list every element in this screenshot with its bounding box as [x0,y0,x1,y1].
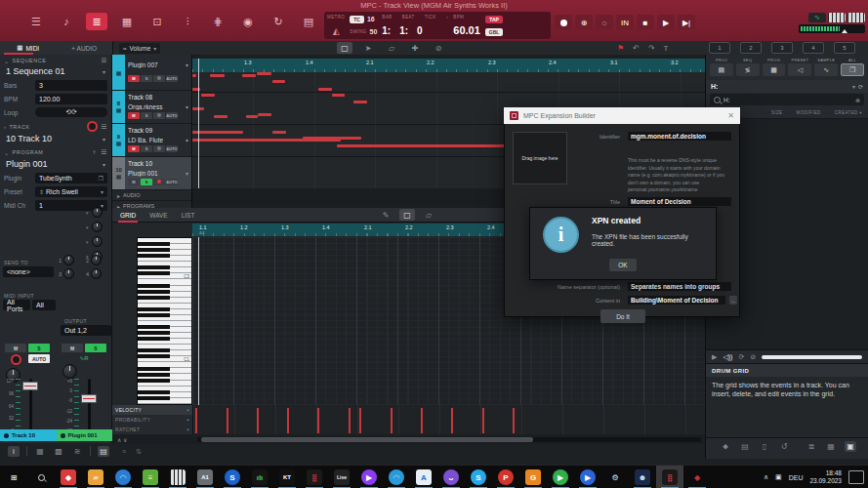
insert-knob[interactable] [92,207,103,218]
marquee-tool[interactable]: ▢ [337,42,352,54]
insert-knob[interactable] [92,222,103,232]
grid-playhead[interactable] [198,237,199,405]
loop-toggle[interactable]: ⟲⟳ [35,107,107,117]
audio-section-row[interactable]: ▸ AUDIO [112,190,191,201]
timeline-ruler[interactable]: 1.31.42.12.22.32.43.13.2 [192,59,705,73]
meter-handle[interactable] [842,29,847,33]
bpm-field[interactable]: 120.00 [35,94,107,104]
tab-sample[interactable]: SAMPLE∿ [814,58,838,76]
arm-button[interactable] [153,75,165,82]
mixer-strip-icon[interactable]: ≋ [71,446,83,457]
swing-value[interactable]: 50 [370,28,378,35]
live-app[interactable]: Live [328,466,355,488]
program-solo-button[interactable]: S [85,344,106,352]
track-record-icon[interactable] [87,121,98,132]
s-swirl-app[interactable]: S [219,466,246,488]
insert-knob[interactable] [92,236,103,247]
black-key[interactable] [138,373,170,377]
track-row-9[interactable]: 9▦Track 09LD Ba. Flute▾MSAUTO [112,124,191,157]
midi-clip-note[interactable] [318,88,332,91]
drag-image-dropzone[interactable]: Drag image here [513,132,567,184]
black-key[interactable] [138,337,170,341]
locator-button-4[interactable]: 4 [803,42,824,54]
preview-auto-icon[interactable]: ⊘ [750,353,756,361]
history-icon[interactable]: ↺ [778,441,790,452]
add-program-icon[interactable]: ＋ [91,147,99,157]
pad-grid-icon[interactable]: ▦ [34,446,46,457]
notification-center-icon[interactable] [848,470,864,484]
grid-tab-list[interactable]: LIST [182,210,195,221]
bar-value[interactable]: 1: [382,25,391,36]
looper[interactable]: ↻ [268,13,289,30]
tab-midi[interactable]: ▦ MIDI [0,41,57,55]
clock[interactable]: 18:48 23.09.2023 [809,469,842,486]
insert-slot-1[interactable]: ▾ [86,207,103,218]
black-key[interactable] [138,367,170,371]
tag-icon[interactable]: ⬥ [720,441,731,452]
black-key[interactable] [138,379,170,383]
stop-button[interactable]: ■ [637,15,654,30]
mute-button[interactable]: M [128,112,140,119]
solo-button[interactable]: S [141,145,152,152]
preview-play-icon[interactable]: ▶ [712,353,717,361]
info-icon[interactable]: i [8,446,20,457]
insert-slot-2[interactable]: ▾ [86,222,103,232]
black-key[interactable] [138,396,170,400]
location-dropdown[interactable]: H: ▾ ⟳ [706,80,868,93]
locator-button-1[interactable]: 1 [709,42,730,54]
tab-preset[interactable]: PRESET◁ [788,58,811,76]
tab-all[interactable]: ALL❐ [841,58,864,76]
velocity-bar[interactable] [513,408,515,433]
name-separator-field[interactable]: Separates names into groups [628,282,731,291]
midi-clip-note[interactable] [337,144,508,147]
acrobat-app[interactable]: A [410,466,437,488]
beat-value[interactable]: 1: [399,25,408,36]
zoom-icon[interactable]: ⇅ [136,448,142,456]
main-mode[interactable]: ♪ [56,13,77,30]
velocity-bar[interactable] [421,408,423,433]
section-menu-icon[interactable]: ☰ [101,123,107,131]
automation-button[interactable]: AUTO [166,145,178,152]
player-app[interactable]: ▶ [355,466,383,488]
eraser-tool[interactable]: ▱ [421,209,436,221]
file-explorer[interactable]: ▰ [82,466,109,488]
rec-in-button[interactable]: IN [616,15,634,30]
midi-clip-note[interactable] [214,115,227,118]
velocity-bar[interactable] [391,408,393,433]
play-button[interactable]: ▶ [657,15,675,30]
mpc-grid-app[interactable]: ⣿ [656,466,683,488]
program-monitor-icon[interactable]: ∿R [62,354,106,361]
lane-collapse-arrows[interactable]: ∧ ∨ [112,436,197,443]
track-view[interactable]: ≣ [86,13,107,30]
punch-button[interactable]: ◌ [596,15,613,30]
track-row-8[interactable]: 8▦Track 08Orga.rkness▾MSAUTO [112,91,191,124]
global-tempo-button[interactable]: GBL [485,28,504,36]
analyzer-app[interactable]: ılı [246,466,273,488]
tab-add-audio[interactable]: + AUDIO [57,41,113,55]
content-in-field[interactable]: Building\Moment of Decision [628,296,725,305]
tab-program[interactable]: PROG▦ [763,58,786,76]
program-section-header[interactable]: ⌄ PROGRAM ＋ ☰ [0,145,111,157]
file-icon[interactable]: ▤ [739,441,751,452]
tab-sequence[interactable]: SEQ≶ [736,58,760,76]
track-program-dropdown[interactable]: Plugin 007▾ [128,61,188,68]
piano-keybed[interactable]: C3C1 [137,237,192,405]
redo-button[interactable]: ↷ [648,44,655,53]
speaker-icon[interactable]: ◁)) [723,353,732,361]
mute-button[interactable]: M [128,75,140,82]
marker-icon[interactable]: ⚑ [617,44,624,53]
black-key[interactable] [138,313,170,317]
grid-tab-wave[interactable]: WAVE [149,210,167,221]
collapse-icon[interactable]: ≡ [122,448,126,455]
column-header[interactable]: CREATED ▾ [835,110,862,115]
pad-mixer[interactable]: ▤ [298,13,319,30]
mute-button[interactable]: M [128,179,140,185]
solo-button[interactable]: S [141,75,152,82]
locator-button-5[interactable]: 5 [834,42,855,54]
tick-value[interactable]: 0 [417,25,423,36]
track-section-header[interactable]: › TRACK ☰ [0,119,111,132]
tc-value[interactable]: 16 [367,16,375,22]
black-key[interactable] [138,271,170,275]
solo-button[interactable]: S [141,179,152,185]
midi-clip-note[interactable] [246,115,258,118]
